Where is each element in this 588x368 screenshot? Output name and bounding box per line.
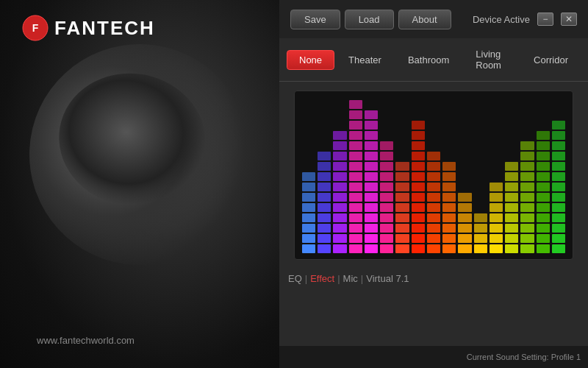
tab-none[interactable]: None xyxy=(287,50,334,70)
eq-bar-5[interactable] xyxy=(380,141,393,253)
eq-bar-0[interactable] xyxy=(302,172,315,253)
eq-bar-11[interactable] xyxy=(474,213,487,253)
tab-theater[interactable]: Theater xyxy=(336,50,394,70)
main-panel: Save Load About Device Active − ✕ None T… xyxy=(279,0,588,368)
preset-tabs: None Theater Bathroom Living Room Corrid… xyxy=(279,38,588,82)
save-button[interactable]: Save xyxy=(290,10,340,29)
eq-bar-10[interactable] xyxy=(458,193,471,253)
eq-bar-4[interactable] xyxy=(365,110,378,253)
title-bar-buttons: Save Load About xyxy=(290,10,451,29)
tab-living-room[interactable]: Living Room xyxy=(463,44,520,75)
eq-bar-16[interactable] xyxy=(552,121,565,253)
device-active-label: Device Active xyxy=(473,14,530,25)
fantech-logo-icon: F xyxy=(22,15,49,41)
tab-corridor[interactable]: Corridor xyxy=(521,50,581,70)
eq-bar-3[interactable] xyxy=(349,100,362,253)
current-sound-setting: Current Sound Setting: Profile 1 xyxy=(467,353,581,361)
title-bar: Save Load About Device Active − ✕ xyxy=(279,0,588,38)
eq-bar-14[interactable] xyxy=(520,141,534,253)
eq-bar-9[interactable] xyxy=(442,162,456,253)
nav-virtual[interactable]: Virtual 7.1 xyxy=(366,273,409,284)
about-button[interactable]: About xyxy=(398,10,451,29)
eq-bar-6[interactable] xyxy=(395,162,409,253)
eq-bar-1[interactable] xyxy=(318,152,331,253)
svg-text:F: F xyxy=(32,22,39,34)
tab-bathroom[interactable]: Bathroom xyxy=(395,50,462,70)
nav-effect[interactable]: Effect xyxy=(310,273,334,284)
brand-name: FANTECH xyxy=(54,17,155,40)
eq-bar-8[interactable] xyxy=(427,152,440,253)
eq-bar-15[interactable] xyxy=(537,131,550,253)
logo-area: F FANTECH xyxy=(22,15,155,41)
eq-bar-13[interactable] xyxy=(505,162,518,253)
minimize-button[interactable]: − xyxy=(537,13,553,26)
background-left xyxy=(0,0,287,368)
eq-bar-2[interactable] xyxy=(333,131,346,253)
title-bar-right: Device Active − ✕ xyxy=(473,13,577,26)
load-button[interactable]: Load xyxy=(345,10,394,29)
nav-mic[interactable]: Mic xyxy=(343,273,358,284)
close-button[interactable]: ✕ xyxy=(561,13,577,26)
nav-links: EQ | Effect | Mic | Virtual 7.1 xyxy=(279,269,588,289)
website-url: www.fantechworld.com xyxy=(37,335,135,346)
nav-eq[interactable]: EQ xyxy=(288,273,302,284)
bottom-status-bar: Current Sound Setting: Profile 1 xyxy=(279,346,588,368)
eq-bar-12[interactable] xyxy=(490,183,503,253)
eq-display xyxy=(294,91,573,260)
eq-bar-7[interactable] xyxy=(412,121,425,253)
